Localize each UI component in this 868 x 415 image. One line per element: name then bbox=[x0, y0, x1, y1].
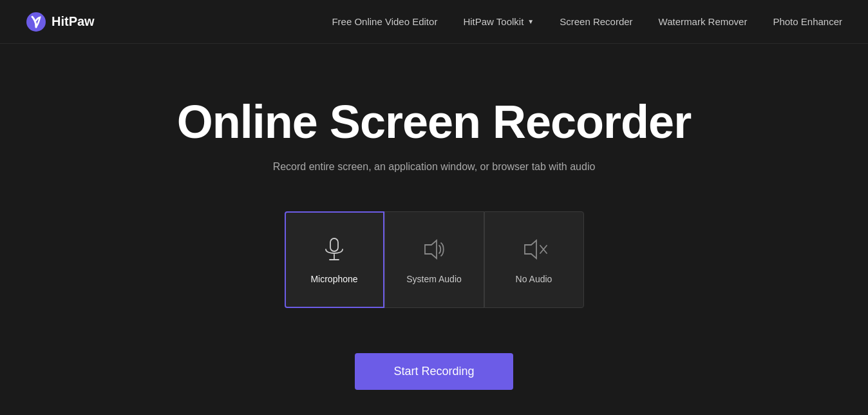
nav-item-free-video-editor[interactable]: Free Online Video Editor bbox=[332, 16, 437, 27]
header: HitPaw Free Online Video Editor HitPaw T… bbox=[0, 0, 868, 44]
logo[interactable]: HitPaw bbox=[26, 12, 95, 32]
nav-item-photo-enhancer[interactable]: Photo Enhancer bbox=[773, 16, 842, 27]
no-audio-icon bbox=[520, 235, 548, 264]
main-content: Online Screen Recorder Record entire scr… bbox=[0, 44, 868, 415]
nav-item-watermark-remover[interactable]: Watermark Remover bbox=[659, 16, 748, 27]
nav-item-screen-recorder[interactable]: Screen Recorder bbox=[560, 16, 632, 27]
microphone-icon bbox=[320, 235, 348, 264]
audio-option-microphone[interactable]: Microphone bbox=[285, 211, 384, 308]
svg-rect-1 bbox=[330, 238, 338, 251]
audio-option-system-audio[interactable]: System Audio bbox=[384, 211, 484, 308]
toolkit-dropdown-arrow-icon: ▼ bbox=[527, 18, 534, 25]
audio-options-group: Microphone System Audio No Audio bbox=[285, 211, 584, 308]
nav-item-hitpaw-toolkit[interactable]: HitPaw Toolkit ▼ bbox=[463, 16, 534, 27]
no-audio-label: No Audio bbox=[516, 274, 552, 284]
svg-marker-4 bbox=[425, 240, 437, 258]
system-audio-label: System Audio bbox=[406, 274, 462, 284]
svg-marker-5 bbox=[525, 240, 536, 258]
hitpaw-logo-icon bbox=[26, 12, 46, 32]
system-audio-icon bbox=[420, 235, 448, 264]
page-title: Online Screen Recorder bbox=[177, 95, 691, 148]
logo-text: HitPaw bbox=[52, 14, 95, 29]
microphone-label: Microphone bbox=[310, 274, 357, 284]
page-subtitle: Record entire screen, an application win… bbox=[273, 161, 596, 173]
main-nav: Free Online Video Editor HitPaw Toolkit … bbox=[332, 16, 842, 27]
start-recording-button[interactable]: Start Recording bbox=[355, 353, 513, 390]
audio-option-no-audio[interactable]: No Audio bbox=[484, 211, 584, 308]
